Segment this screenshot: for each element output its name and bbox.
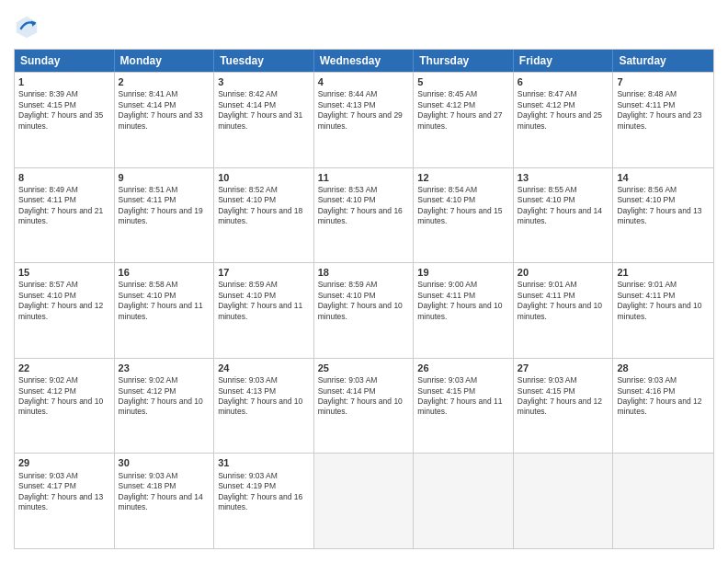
calendar-cell: 17 Sunrise: 8:59 AM Sunset: 4:10 PM Dayl… [214, 263, 314, 358]
day-number: 4 [318, 75, 410, 88]
calendar-cell: 19 Sunrise: 9:00 AM Sunset: 4:11 PM Dayl… [414, 263, 514, 358]
day-number: 18 [318, 266, 410, 279]
day-number: 21 [617, 266, 710, 279]
sunset-label: Sunset: 4:18 PM [119, 481, 176, 490]
day-number: 15 [18, 266, 110, 279]
cell-info: Sunrise: 9:03 AM Sunset: 4:15 PM Dayligh… [417, 375, 509, 418]
day-number: 2 [119, 75, 210, 88]
calendar-cell [314, 454, 415, 548]
sunrise-label: Sunrise: 8:49 AM [18, 185, 78, 194]
calendar-row-1: 1 Sunrise: 8:39 AM Sunset: 4:15 PM Dayli… [15, 72, 713, 167]
calendar-cell: 1 Sunrise: 8:39 AM Sunset: 4:15 PM Dayli… [15, 73, 115, 167]
sunset-label: Sunset: 4:10 PM [617, 195, 675, 204]
sunset-label: Sunset: 4:11 PM [18, 195, 76, 204]
sunrise-label: Sunrise: 9:03 AM [617, 375, 677, 385]
sunrise-label: Sunrise: 8:59 AM [318, 280, 378, 289]
daylight-label: Daylight: 7 hours and 10 minutes. [318, 396, 403, 416]
daylight-label: Daylight: 7 hours and 11 minutes. [218, 301, 302, 320]
cell-info: Sunrise: 8:55 AM Sunset: 4:10 PM Dayligh… [518, 185, 609, 227]
cell-info: Sunrise: 8:58 AM Sunset: 4:10 PM Dayligh… [119, 280, 210, 322]
calendar-cell: 23 Sunrise: 9:02 AM Sunset: 4:12 PM Dayl… [115, 359, 215, 454]
daylight-label: Daylight: 7 hours and 10 minutes. [417, 301, 502, 320]
day-number: 30 [119, 456, 210, 469]
sunrise-label: Sunrise: 8:45 AM [417, 89, 477, 98]
day-number: 6 [518, 75, 609, 88]
sunrise-label: Sunrise: 8:48 AM [617, 89, 677, 98]
calendar-cell: 6 Sunrise: 8:47 AM Sunset: 4:12 PM Dayli… [514, 73, 614, 167]
daylight-label: Daylight: 7 hours and 11 minutes. [417, 396, 502, 416]
calendar-cell [514, 454, 614, 548]
sunset-label: Sunset: 4:11 PM [518, 291, 575, 300]
sunrise-label: Sunrise: 9:01 AM [617, 280, 677, 289]
sunrise-label: Sunrise: 9:02 AM [18, 375, 78, 385]
daylight-label: Daylight: 7 hours and 12 minutes. [617, 396, 701, 416]
calendar-cell: 8 Sunrise: 8:49 AM Sunset: 4:11 PM Dayli… [15, 168, 115, 263]
cell-info: Sunrise: 8:41 AM Sunset: 4:14 PM Dayligh… [119, 89, 210, 132]
sunrise-label: Sunrise: 9:03 AM [218, 375, 278, 385]
cell-info: Sunrise: 8:45 AM Sunset: 4:12 PM Dayligh… [417, 89, 509, 132]
sunrise-label: Sunrise: 8:42 AM [218, 89, 278, 98]
calendar-cell: 4 Sunrise: 8:44 AM Sunset: 4:13 PM Dayli… [314, 73, 415, 167]
day-number: 26 [417, 362, 509, 374]
day-number: 20 [518, 266, 609, 279]
cell-info: Sunrise: 9:03 AM Sunset: 4:16 PM Dayligh… [617, 375, 710, 418]
daylight-label: Daylight: 7 hours and 16 minutes. [218, 492, 302, 511]
day-number: 22 [18, 362, 110, 374]
cell-info: Sunrise: 8:44 AM Sunset: 4:13 PM Dayligh… [318, 89, 410, 132]
calendar-body: 1 Sunrise: 8:39 AM Sunset: 4:15 PM Dayli… [15, 72, 713, 548]
daylight-label: Daylight: 7 hours and 10 minutes. [218, 396, 302, 416]
calendar-cell: 20 Sunrise: 9:01 AM Sunset: 4:11 PM Dayl… [514, 263, 614, 358]
sunset-label: Sunset: 4:11 PM [617, 291, 675, 300]
cell-info: Sunrise: 8:47 AM Sunset: 4:12 PM Dayligh… [518, 89, 609, 132]
day-number: 29 [18, 456, 110, 469]
sunset-label: Sunset: 4:11 PM [417, 291, 475, 300]
day-number: 25 [318, 362, 410, 374]
sunset-label: Sunset: 4:12 PM [417, 100, 475, 109]
daylight-label: Daylight: 7 hours and 25 minutes. [518, 110, 602, 130]
sunset-label: Sunset: 4:10 PM [417, 195, 475, 204]
sunrise-label: Sunrise: 9:03 AM [518, 375, 577, 385]
calendar-cell: 12 Sunrise: 8:54 AM Sunset: 4:10 PM Dayl… [414, 168, 514, 263]
sunrise-label: Sunrise: 9:03 AM [318, 375, 378, 385]
header-day-tuesday: Tuesday [214, 50, 314, 72]
calendar-cell: 16 Sunrise: 8:58 AM Sunset: 4:10 PM Dayl… [115, 263, 215, 358]
day-number: 17 [218, 266, 310, 279]
day-number: 1 [18, 75, 110, 88]
sunset-label: Sunset: 4:15 PM [518, 386, 575, 396]
daylight-label: Daylight: 7 hours and 13 minutes. [18, 492, 103, 511]
day-number: 11 [318, 171, 410, 184]
calendar-cell: 18 Sunrise: 8:59 AM Sunset: 4:10 PM Dayl… [314, 263, 415, 358]
sunrise-label: Sunrise: 8:51 AM [119, 185, 178, 194]
calendar: SundayMondayTuesdayWednesdayThursdayFrid… [14, 49, 714, 549]
sunset-label: Sunset: 4:10 PM [318, 195, 376, 204]
calendar-cell: 9 Sunrise: 8:51 AM Sunset: 4:11 PM Dayli… [115, 168, 215, 263]
sunset-label: Sunset: 4:19 PM [218, 481, 276, 490]
daylight-label: Daylight: 7 hours and 31 minutes. [218, 110, 302, 130]
calendar-cell: 30 Sunrise: 9:03 AM Sunset: 4:18 PM Dayl… [115, 454, 215, 548]
sunrise-label: Sunrise: 8:54 AM [417, 185, 477, 194]
sunset-label: Sunset: 4:10 PM [18, 291, 76, 300]
calendar-cell [414, 454, 514, 548]
day-number: 12 [417, 171, 509, 184]
header-day-thursday: Thursday [414, 50, 514, 72]
calendar-header: SundayMondayTuesdayWednesdayThursdayFrid… [15, 50, 713, 72]
calendar-cell: 13 Sunrise: 8:55 AM Sunset: 4:10 PM Dayl… [514, 168, 614, 263]
sunset-label: Sunset: 4:15 PM [417, 386, 475, 396]
calendar-cell: 21 Sunrise: 9:01 AM Sunset: 4:11 PM Dayl… [613, 263, 713, 358]
daylight-label: Daylight: 7 hours and 27 minutes. [417, 110, 502, 130]
calendar-cell: 2 Sunrise: 8:41 AM Sunset: 4:14 PM Dayli… [115, 73, 215, 167]
sunset-label: Sunset: 4:11 PM [119, 195, 176, 204]
sunset-label: Sunset: 4:10 PM [218, 291, 276, 300]
calendar-cell: 7 Sunrise: 8:48 AM Sunset: 4:11 PM Dayli… [613, 73, 713, 167]
sunrise-label: Sunrise: 9:02 AM [119, 375, 178, 385]
sunset-label: Sunset: 4:14 PM [218, 100, 276, 109]
day-number: 27 [518, 362, 609, 374]
calendar-cell: 29 Sunrise: 9:03 AM Sunset: 4:17 PM Dayl… [15, 454, 115, 548]
sunset-label: Sunset: 4:10 PM [318, 291, 376, 300]
calendar-row-3: 15 Sunrise: 8:57 AM Sunset: 4:10 PM Dayl… [15, 262, 713, 358]
day-number: 13 [518, 171, 609, 184]
sunrise-label: Sunrise: 9:03 AM [119, 471, 178, 480]
cell-info: Sunrise: 8:52 AM Sunset: 4:10 PM Dayligh… [218, 185, 310, 227]
header-day-monday: Monday [115, 50, 215, 72]
cell-info: Sunrise: 9:02 AM Sunset: 4:12 PM Dayligh… [119, 375, 210, 418]
